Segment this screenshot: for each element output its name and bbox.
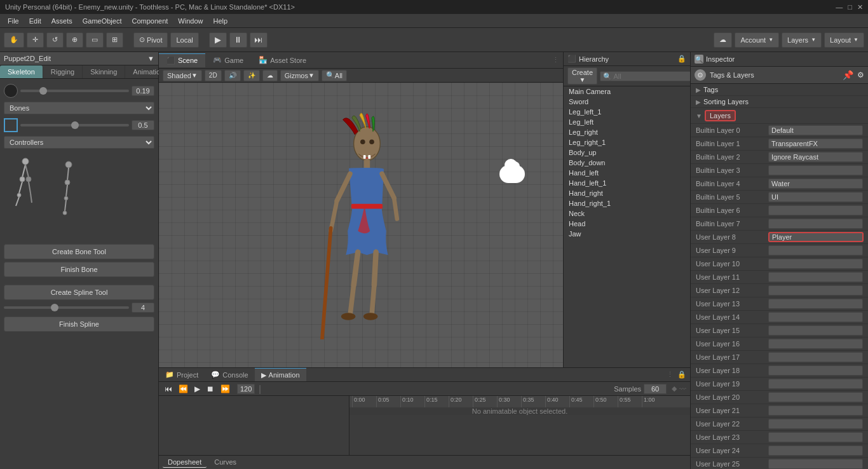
- rotate-tool-btn[interactable]: ↺: [46, 32, 64, 48]
- samples-input[interactable]: [644, 384, 667, 394]
- anim-stop-btn[interactable]: ⏹: [205, 384, 216, 394]
- hand-tool-btn[interactable]: ✋: [4, 32, 24, 48]
- rect-tool-btn[interactable]: ▭: [86, 32, 104, 48]
- builtin-layer-5-input[interactable]: [768, 192, 863, 202]
- spline-slider[interactable]: [4, 306, 129, 309]
- scene-more-icon[interactable]: ⋮: [552, 56, 563, 64]
- hierarchy-search-input[interactable]: [600, 71, 694, 81]
- menu-edit[interactable]: Edit: [24, 16, 46, 26]
- hier-leg-right-1[interactable]: Leg_right_1: [564, 137, 690, 147]
- tab-animation[interactable]: ▶ Animation: [255, 368, 306, 381]
- gizmos-btn[interactable]: Gizmos ▼: [280, 70, 319, 81]
- tab-rigging[interactable]: Rigging: [43, 65, 83, 78]
- fx-btn[interactable]: ✨: [243, 70, 260, 81]
- builtin-layer-2-input[interactable]: [768, 152, 863, 162]
- bones-slider-value[interactable]: [132, 86, 154, 96]
- anim-prev-btn[interactable]: ⏪: [177, 384, 190, 394]
- tab-skinning[interactable]: Skinning: [83, 65, 125, 78]
- move-tool-btn[interactable]: ✛: [27, 32, 44, 48]
- controllers-slider-value[interactable]: [132, 120, 154, 130]
- menu-gameobject[interactable]: GameObject: [78, 16, 127, 26]
- hierarchy-lock-icon[interactable]: 🔒: [677, 55, 686, 63]
- user-layer-17-input[interactable]: [768, 352, 863, 362]
- anim-curve-icon[interactable]: 〰: [679, 385, 686, 393]
- user-layer-21-input[interactable]: [768, 405, 863, 416]
- all-btn[interactable]: 🔍 All: [322, 70, 347, 81]
- menu-window[interactable]: Window: [173, 16, 208, 26]
- finish-spline-btn[interactable]: Finish Spline: [4, 316, 154, 332]
- shaded-btn[interactable]: Shaded ▼: [163, 70, 202, 81]
- user-layer-11-input[interactable]: [768, 272, 863, 282]
- hier-hand-right[interactable]: Hand_right: [564, 188, 690, 198]
- multi-tool-btn[interactable]: ⊞: [106, 32, 123, 48]
- sky-btn[interactable]: ☁: [262, 70, 278, 81]
- menu-assets[interactable]: Assets: [46, 16, 78, 26]
- user-layer-18-input[interactable]: [768, 365, 863, 376]
- sub-tab-dopesheet[interactable]: Dopesheet: [163, 457, 207, 468]
- tab-project[interactable]: 📁 Project: [159, 368, 205, 381]
- sub-tab-curves[interactable]: Curves: [209, 457, 241, 468]
- user-layer-12-input[interactable]: [768, 285, 863, 296]
- hier-hand-left-1[interactable]: Hand_left_1: [564, 178, 690, 188]
- controllers-slider[interactable]: [20, 124, 129, 126]
- hier-hand-left[interactable]: Hand_left: [564, 168, 690, 178]
- builtin-layer-6-input[interactable]: [768, 205, 863, 215]
- account-dropdown[interactable]: Account ▼: [735, 32, 779, 48]
- hier-leg-right[interactable]: Leg_right: [564, 127, 690, 137]
- tags-section[interactable]: ▶ Tags: [691, 84, 868, 96]
- scene-tab-asset[interactable]: 🏪 Asset Store: [251, 53, 314, 67]
- bottom-lock-icon[interactable]: 🔒: [677, 370, 690, 379]
- play-btn[interactable]: ▶: [209, 32, 227, 48]
- builtin-layer-3-input[interactable]: [768, 165, 863, 175]
- menu-help[interactable]: Help: [208, 16, 233, 26]
- hierarchy-create-btn[interactable]: Create ▼: [567, 67, 597, 85]
- finish-bone-btn[interactable]: Finish Bone: [4, 262, 154, 277]
- hier-neck[interactable]: Neck: [564, 208, 690, 219]
- user-layer-16-input[interactable]: [768, 339, 863, 349]
- hier-head[interactable]: Head: [564, 219, 690, 229]
- scene-tab-game[interactable]: 🎮 Game: [205, 53, 251, 67]
- step-btn[interactable]: ⏭: [250, 32, 268, 48]
- tags-settings-icon[interactable]: ⚙: [857, 71, 864, 79]
- 2d-btn[interactable]: 2D: [205, 70, 222, 81]
- anim-frame-display[interactable]: 120: [237, 384, 255, 394]
- minimize-btn[interactable]: —: [836, 3, 843, 11]
- user-layer-8-input[interactable]: [768, 232, 864, 242]
- menu-component[interactable]: Component: [126, 16, 173, 26]
- titlebar-controls[interactable]: — □ ✕: [836, 3, 863, 11]
- audio-btn[interactable]: 🔊: [224, 70, 241, 81]
- controllers-dropdown[interactable]: Controllers: [4, 136, 154, 149]
- user-layer-15-input[interactable]: [768, 325, 863, 336]
- builtin-layer-1-input[interactable]: [768, 139, 863, 149]
- tab-console[interactable]: 💬 Console: [205, 368, 254, 381]
- hier-main-camera[interactable]: Main Camera: [564, 86, 690, 97]
- user-layer-23-input[interactable]: [768, 432, 863, 442]
- user-layer-9-input[interactable]: [768, 245, 863, 255]
- bottom-more-icon[interactable]: ⋮: [667, 370, 677, 379]
- sorting-layers-section[interactable]: ▶ Sorting Layers: [691, 96, 868, 108]
- pause-btn[interactable]: ⏸: [229, 32, 247, 48]
- spline-slider-value[interactable]: [132, 302, 154, 313]
- scene-tab-scene[interactable]: ⬛ Scene: [159, 53, 205, 67]
- tab-skeleton[interactable]: Skeleton: [0, 65, 43, 78]
- hier-body-down[interactable]: Body_down: [564, 158, 690, 168]
- bones-slider[interactable]: [20, 90, 129, 92]
- cloud-btn[interactable]: ☁: [714, 32, 732, 48]
- builtin-layer-7-input[interactable]: [768, 219, 863, 229]
- menu-file[interactable]: File: [3, 16, 24, 26]
- user-layer-10-input[interactable]: [768, 259, 863, 269]
- user-layer-24-input[interactable]: [768, 445, 863, 456]
- user-layer-19-input[interactable]: [768, 379, 863, 389]
- bones-dropdown[interactable]: Bones: [4, 102, 154, 114]
- controllers-color-swatch[interactable]: [4, 118, 18, 132]
- scale-tool-btn[interactable]: ⊕: [66, 32, 83, 48]
- hier-jaw[interactable]: Jaw: [564, 229, 690, 239]
- user-layer-13-input[interactable]: [768, 299, 863, 309]
- user-layer-22-input[interactable]: [768, 419, 863, 429]
- create-bone-tool-btn[interactable]: Create Bone Tool: [4, 244, 154, 259]
- builtin-layer-4-input[interactable]: [768, 179, 863, 189]
- scene-viewport[interactable]: [159, 83, 563, 367]
- maximize-btn[interactable]: □: [848, 3, 852, 11]
- user-layer-14-input[interactable]: [768, 312, 863, 322]
- close-btn[interactable]: ✕: [857, 3, 863, 11]
